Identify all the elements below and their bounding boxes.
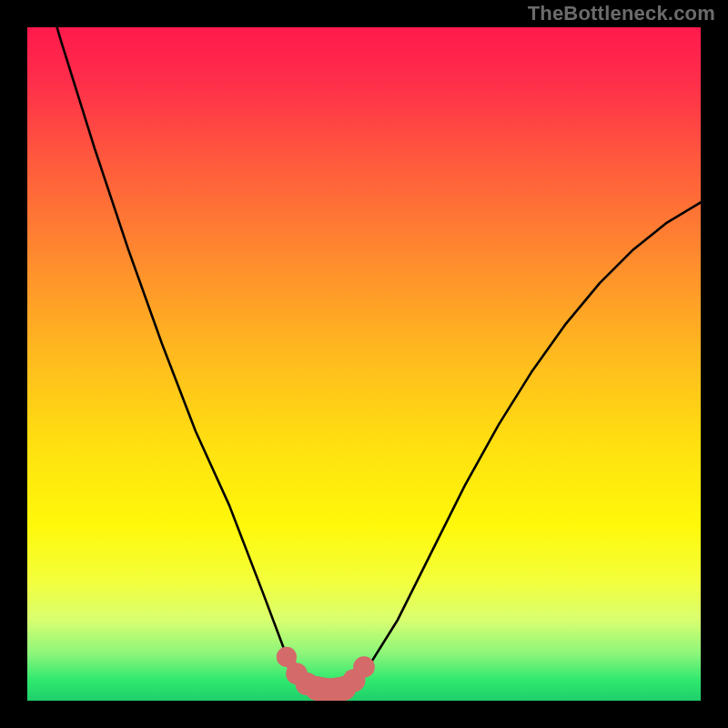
plot-area [27, 27, 701, 701]
attribution-text: TheBottleneck.com [528, 2, 715, 25]
curve-layer [27, 27, 701, 701]
chart-frame: TheBottleneck.com [0, 0, 728, 728]
trough-bump-dots [277, 647, 375, 701]
trough-bump-dot [353, 656, 375, 678]
bottleneck-curve [27, 27, 701, 694]
